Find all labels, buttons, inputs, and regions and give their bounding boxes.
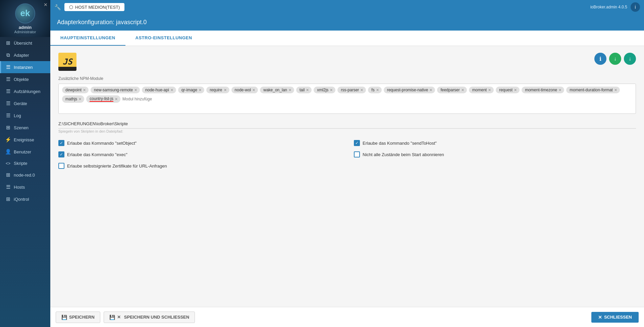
action-btn-1[interactable]: ℹ bbox=[594, 53, 606, 65]
remove-tag-moment-df[interactable]: ✕ bbox=[614, 88, 617, 92]
aufzahlungen-icon: ☰ bbox=[5, 88, 11, 94]
save-button[interactable]: 💾 SPEICHERN bbox=[56, 312, 100, 323]
checkbox-nichtalle[interactable] bbox=[354, 151, 360, 157]
remove-tag-mathjs[interactable]: ✕ bbox=[78, 97, 82, 101]
npm-tag: wake_on_lan ✕ bbox=[260, 87, 294, 93]
remove-tag-countrylist[interactable]: ✕ bbox=[115, 97, 118, 101]
instanzen-icon: ☰ bbox=[5, 64, 11, 70]
remove-tag-wol2[interactable]: ✕ bbox=[288, 88, 291, 92]
sidebar-item-gerate[interactable]: ☰ Geräte bbox=[0, 97, 50, 109]
remove-tag-request[interactable]: ✕ bbox=[514, 88, 517, 92]
remove-tag-samsung[interactable]: ✕ bbox=[134, 88, 137, 92]
sidebar-item-log[interactable]: ☰ Log bbox=[0, 109, 50, 122]
iqontrol-icon: ⊞ bbox=[5, 196, 11, 202]
sidebar: ✕ ek admin Administrator ⊞ Übersicht ⧉ A… bbox=[0, 0, 50, 327]
remove-tag-moment[interactable]: ✕ bbox=[488, 88, 491, 92]
tab-astro[interactable]: ASTRO-EINSTELLUNGEN bbox=[125, 31, 202, 46]
nodered-icon: ⊞ bbox=[5, 172, 11, 178]
adapter-icon: ⧉ bbox=[5, 52, 11, 58]
remove-tag-hue[interactable]: ✕ bbox=[170, 88, 173, 92]
dialog-title: Adapterkonfiguration: javascript.0 bbox=[50, 14, 644, 31]
checkbox-selfsigned[interactable] bbox=[58, 163, 64, 169]
dialog-body: HAUPTEINSTELLUNGEN ASTRO-EINSTELLUNGEN J… bbox=[50, 31, 644, 307]
wrench-icon[interactable]: 🔧 bbox=[54, 4, 61, 10]
gerate-icon: ☰ bbox=[5, 100, 11, 106]
npm-tag: request-promise-native ✕ bbox=[384, 87, 435, 93]
tab-haupteinstellungen[interactable]: HAUPTEINSTELLUNGEN bbox=[50, 31, 125, 46]
szenen-icon: ⊞ bbox=[5, 125, 11, 131]
sidebar-item-ubersicht[interactable]: ⊞ Übersicht bbox=[0, 37, 50, 49]
npm-tag: tail ✕ bbox=[296, 87, 312, 93]
npm-tag: country-list-js ✕ bbox=[86, 95, 120, 103]
save-close-button[interactable]: 💾 ✕ SPEICHERN UND SCHLIESSEN bbox=[104, 312, 195, 323]
npm-tag: moment ✕ bbox=[469, 87, 494, 93]
npm-tag: new-samsung-remote ✕ bbox=[91, 87, 140, 93]
close-button[interactable]: ✕ SCHLIESSEN bbox=[591, 312, 639, 323]
npm-tag: node-wol ✕ bbox=[231, 87, 258, 93]
remove-tag-require[interactable]: ✕ bbox=[224, 88, 227, 92]
sidebar-item-iqontrol[interactable]: ⊞ iQontrol bbox=[0, 193, 50, 205]
npm-tag: fs ✕ bbox=[368, 87, 381, 93]
sidebar-item-adapter[interactable]: ⧉ Adapter bbox=[0, 49, 50, 61]
benutzer-icon: 👤 bbox=[5, 149, 11, 155]
checkbox-selfsigned-label: Erlaube selbstsignierte Zertifikate für … bbox=[67, 164, 167, 169]
checkbox-exec-row: ✓ Erlaube das Kommando "exec" bbox=[58, 151, 340, 157]
path-input[interactable] bbox=[58, 119, 636, 129]
skripte-icon: <> bbox=[5, 161, 11, 166]
objekte-icon: ☰ bbox=[5, 76, 11, 82]
npm-section-label: Zusätzliche NPM-Module bbox=[58, 76, 636, 81]
sidebar-item-skripte[interactable]: <> Skripte bbox=[0, 158, 50, 169]
remove-tag-qr[interactable]: ✕ bbox=[199, 88, 202, 92]
close-icon[interactable]: ✕ bbox=[44, 2, 48, 7]
sidebar-item-ereignisse[interactable]: ⚡ Ereignisse bbox=[0, 134, 50, 146]
remove-tag-moment-tz[interactable]: ✕ bbox=[558, 88, 561, 92]
npm-tag: moment-duration-format ✕ bbox=[566, 87, 620, 93]
npm-tags-area[interactable]: dewpoint ✕ new-samsung-remote ✕ node-hue… bbox=[58, 84, 636, 114]
host-button[interactable]: ⬡ HOST MEDION(TEST) bbox=[64, 3, 124, 11]
npm-tag: require ✕ bbox=[206, 87, 229, 93]
close-dialog-icon: ✕ bbox=[598, 315, 602, 320]
checkbox-selfsigned-row: Erlaube selbstsignierte Zertifikate für … bbox=[58, 163, 340, 169]
remove-tag-tail[interactable]: ✕ bbox=[306, 88, 309, 92]
checkbox-sendtohost[interactable]: ✓ bbox=[354, 140, 360, 146]
js-logo-row: JS ℹ ↓ ↓ bbox=[58, 53, 636, 71]
avatar: ek bbox=[15, 3, 35, 24]
action-btn-3[interactable]: ↓ bbox=[624, 53, 636, 65]
npm-add-input[interactable] bbox=[122, 95, 173, 103]
remove-tag-wol[interactable]: ✕ bbox=[252, 88, 255, 92]
save-icon: 💾 bbox=[61, 315, 67, 320]
checkbox-setobject[interactable]: ✓ bbox=[58, 140, 64, 146]
remove-tag-rss[interactable]: ✕ bbox=[360, 88, 363, 92]
action-btn-2[interactable]: ↓ bbox=[609, 53, 621, 65]
remove-tag-feed[interactable]: ✕ bbox=[461, 88, 464, 92]
tab-content-main: JS ℹ ↓ ↓ Zusätzliche NPM-Module dewpoint bbox=[50, 46, 644, 307]
sidebar-item-objekte[interactable]: ☰ Objekte bbox=[0, 73, 50, 85]
sidebar-item-aufzahlungen[interactable]: ☰ Aufzählungen bbox=[0, 85, 50, 97]
npm-tag: mathjs ✕ bbox=[62, 95, 84, 103]
save-close-icon: 💾 bbox=[109, 315, 115, 320]
npm-tag: node-hue-api ✕ bbox=[142, 87, 176, 93]
user-avatar-icon[interactable]: i bbox=[631, 2, 640, 12]
remove-tag-xml2js[interactable]: ✕ bbox=[330, 88, 333, 92]
npm-tag: rss-parser ✕ bbox=[337, 87, 366, 93]
npm-tag: feedparser ✕ bbox=[437, 87, 467, 93]
sidebar-item-instanzen[interactable]: ☰ Instanzen bbox=[0, 61, 50, 73]
npm-tag: dewpoint ✕ bbox=[62, 87, 89, 93]
remove-tag-dewpoint[interactable]: ✕ bbox=[83, 88, 86, 92]
remove-tag-fs[interactable]: ✕ bbox=[376, 88, 379, 92]
sidebar-item-benutzer[interactable]: 👤 Benutzer bbox=[0, 146, 50, 158]
remove-tag-rpn[interactable]: ✕ bbox=[429, 88, 432, 92]
checkbox-exec[interactable]: ✓ bbox=[58, 151, 64, 157]
main-area: 🔧 ⬡ HOST MEDION(TEST) ioBroker.admin 4.0… bbox=[50, 0, 644, 327]
topbar: 🔧 ⬡ HOST MEDION(TEST) ioBroker.admin 4.0… bbox=[50, 0, 644, 14]
npm-tag: xml2js ✕ bbox=[314, 87, 335, 93]
ereignisse-icon: ⚡ bbox=[5, 137, 11, 143]
username-label: admin bbox=[19, 25, 32, 30]
checkboxes-grid: ✓ Erlaube das Kommando "setObject" ✓ Erl… bbox=[58, 140, 636, 169]
action-buttons: ℹ ↓ ↓ bbox=[594, 53, 636, 65]
js-logo: JS bbox=[58, 53, 76, 71]
sidebar-item-szenen[interactable]: ⊞ Szenen bbox=[0, 122, 50, 134]
npm-tag: moment-timezone ✕ bbox=[522, 87, 564, 93]
sidebar-item-hosts[interactable]: ☰ Hosts bbox=[0, 181, 50, 193]
sidebar-item-nodered[interactable]: ⊞ node-red.0 bbox=[0, 169, 50, 181]
